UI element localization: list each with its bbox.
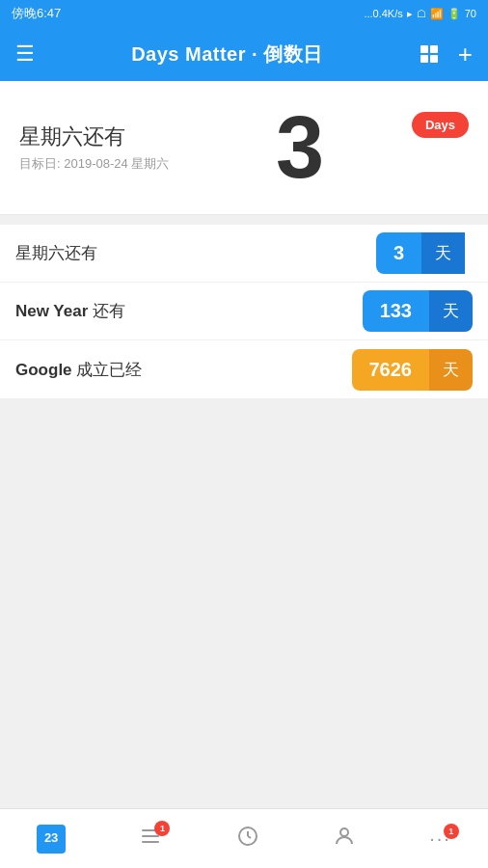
featured-count: 3 (276, 104, 324, 191)
svg-rect-0 (420, 45, 428, 53)
item-unit-1: 天 (421, 232, 465, 274)
battery-icon: 🔋 (447, 8, 461, 20)
list-badge: 1 (154, 821, 170, 836)
item-count-3: 7626 (352, 349, 430, 391)
network-indicator: ...0.4K/s (364, 8, 402, 19)
empty-content-area (0, 398, 488, 726)
hamburger-menu-icon[interactable]: ☰ (15, 41, 35, 67)
item-unit-3: 天 (429, 349, 473, 391)
featured-card-left: 星期六还有 目标日: 2019-08-24 星期六 (19, 122, 169, 173)
bluetooth-icon: ▸ (407, 8, 413, 20)
svg-point-10 (340, 828, 348, 836)
nav-item-more[interactable]: ··· 1 (414, 822, 467, 855)
svg-rect-2 (420, 55, 428, 63)
svg-rect-6 (142, 841, 159, 843)
add-item-button[interactable]: + (458, 40, 473, 69)
bottom-navigation: 23 1 ·· (0, 808, 488, 868)
item-right-2: 133 天 (363, 290, 473, 332)
svg-rect-1 (430, 45, 438, 53)
svg-rect-5 (142, 835, 159, 837)
svg-line-9 (248, 836, 251, 838)
calendar-icon: 23 (37, 825, 66, 854)
person-icon (333, 825, 356, 854)
signal-icon: ☖ (417, 8, 426, 20)
item-label-3: Google 成立已经 (15, 359, 142, 381)
item-count-1: 3 (376, 232, 421, 274)
list-item[interactable]: Google 成立已经 7626 天 (0, 340, 488, 398)
item-unit-2: 天 (429, 290, 473, 332)
item-count-2: 133 (363, 290, 429, 332)
status-bar: 傍晚6:47 ...0.4K/s ▸ ☖ 📶 🔋 70 (0, 0, 488, 27)
item-label-2: New Year 还有 (15, 300, 125, 322)
featured-badge: Days (412, 112, 469, 138)
item-label-1: 星期六还有 (15, 242, 97, 264)
featured-subtitle: 目标日: 2019-08-24 星期六 (19, 155, 169, 173)
nav-item-list[interactable]: 1 (123, 819, 177, 859)
battery-level: 70 (465, 8, 476, 19)
app-title: Days Matter · 倒数日 (131, 41, 323, 68)
header-actions: + (420, 40, 473, 69)
status-icons: ...0.4K/s ▸ ☖ 📶 🔋 70 (364, 8, 476, 20)
item-right-1: 3 天 (376, 232, 473, 274)
list-item[interactable]: New Year 还有 133 天 (0, 283, 488, 340)
list-item[interactable]: 星期六还有 3 天 (0, 225, 488, 283)
item-right-3: 7626 天 (352, 349, 474, 391)
section-divider (0, 215, 488, 225)
app-header: ☰ Days Matter · 倒数日 + (0, 27, 488, 81)
featured-title: 星期六还有 (19, 122, 169, 151)
svg-rect-3 (430, 55, 438, 63)
nav-item-calendar[interactable]: 23 (21, 819, 81, 859)
clock-icon (236, 825, 259, 854)
nav-item-profile[interactable] (317, 819, 371, 859)
more-badge: 1 (444, 824, 459, 839)
nav-item-clock[interactable] (221, 819, 275, 859)
event-list: 星期六还有 3 天 New Year 还有 133 天 Google 成立已经 … (0, 225, 488, 398)
featured-card: 星期六还有 目标日: 2019-08-24 星期六 3 Days (0, 81, 488, 215)
wifi-icon: 📶 (430, 8, 444, 20)
status-time: 傍晚6:47 (12, 5, 61, 22)
grid-view-icon[interactable] (420, 44, 439, 64)
